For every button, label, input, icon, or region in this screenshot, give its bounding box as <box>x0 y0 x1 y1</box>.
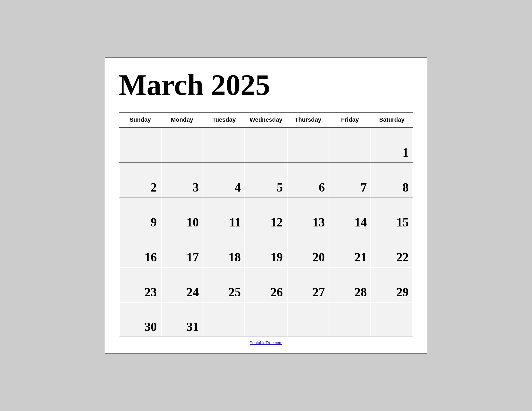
calendar-day-empty <box>287 302 329 337</box>
day-header-tuesday: Tuesday <box>203 112 245 127</box>
calendar-day-7[interactable]: 7 <box>329 162 371 197</box>
calendar-day-empty <box>245 127 287 162</box>
calendar-week-row: 16171819202122 <box>119 232 413 267</box>
calendar-day-empty <box>245 302 287 337</box>
calendar-day-5[interactable]: 5 <box>245 162 287 197</box>
calendar-day-15[interactable]: 15 <box>371 197 413 232</box>
calendar-week-row: 3031 <box>119 302 413 337</box>
calendar-day-empty <box>203 127 245 162</box>
calendar-day-empty <box>119 127 161 162</box>
calendar-week-row: 9101112131415 <box>119 197 413 232</box>
calendar-footer: PrintableTree.com <box>119 340 413 345</box>
calendar-day-empty <box>287 127 329 162</box>
calendar-day-31[interactable]: 31 <box>161 302 203 337</box>
calendar-day-30[interactable]: 30 <box>119 302 161 337</box>
calendar-grid: SundayMondayTuesdayWednesdayThursdayFrid… <box>119 112 413 337</box>
calendar-day-24[interactable]: 24 <box>161 267 203 302</box>
calendar-day-empty <box>329 302 371 337</box>
calendar-day-empty <box>161 127 203 162</box>
calendar-day-20[interactable]: 20 <box>287 232 329 267</box>
calendar-day-27[interactable]: 27 <box>287 267 329 302</box>
day-header-friday: Friday <box>329 112 371 127</box>
calendar-day-25[interactable]: 25 <box>203 267 245 302</box>
calendar-day-29[interactable]: 29 <box>371 267 413 302</box>
calendar-day-4[interactable]: 4 <box>203 162 245 197</box>
calendar-day-26[interactable]: 26 <box>245 267 287 302</box>
calendar-day-19[interactable]: 19 <box>245 232 287 267</box>
calendar-day-empty <box>329 127 371 162</box>
printabletree-link[interactable]: PrintableTree.com <box>250 340 282 345</box>
calendar-title: March 2025 <box>119 69 413 101</box>
calendar-day-10[interactable]: 10 <box>161 197 203 232</box>
calendar-day-3[interactable]: 3 <box>161 162 203 197</box>
calendar-day-12[interactable]: 12 <box>245 197 287 232</box>
calendar-day-empty <box>203 302 245 337</box>
calendar-day-empty <box>371 302 413 337</box>
day-header-monday: Monday <box>161 112 203 127</box>
calendar-day-23[interactable]: 23 <box>119 267 161 302</box>
calendar-day-16[interactable]: 16 <box>119 232 161 267</box>
calendar-day-1[interactable]: 1 <box>371 127 413 162</box>
calendar-week-row: 2345678 <box>119 162 413 197</box>
calendar-day-6[interactable]: 6 <box>287 162 329 197</box>
day-header-sunday: Sunday <box>119 112 161 127</box>
calendar-day-2[interactable]: 2 <box>119 162 161 197</box>
calendar-day-22[interactable]: 22 <box>371 232 413 267</box>
calendar-day-17[interactable]: 17 <box>161 232 203 267</box>
calendar-day-9[interactable]: 9 <box>119 197 161 232</box>
day-header-wednesday: Wednesday <box>245 112 287 127</box>
calendar-week-row: 1 <box>119 127 413 162</box>
day-header-thursday: Thursday <box>287 112 329 127</box>
day-header-saturday: Saturday <box>371 112 413 127</box>
calendar-day-8[interactable]: 8 <box>371 162 413 197</box>
calendar-day-28[interactable]: 28 <box>329 267 371 302</box>
calendar-day-13[interactable]: 13 <box>287 197 329 232</box>
day-header-row: SundayMondayTuesdayWednesdayThursdayFrid… <box>119 112 413 127</box>
calendar-day-14[interactable]: 14 <box>329 197 371 232</box>
calendar-day-18[interactable]: 18 <box>203 232 245 267</box>
calendar-day-11[interactable]: 11 <box>203 197 245 232</box>
calendar-container: March 2025 SundayMondayTuesdayWednesdayT… <box>105 57 427 354</box>
calendar-week-row: 23242526272829 <box>119 267 413 302</box>
calendar-day-21[interactable]: 21 <box>329 232 371 267</box>
